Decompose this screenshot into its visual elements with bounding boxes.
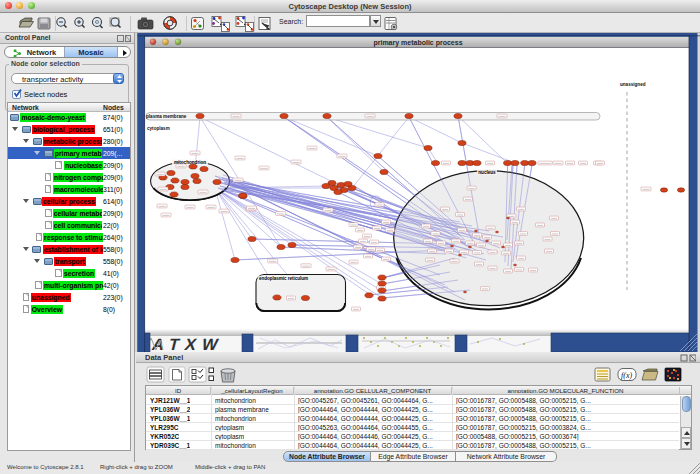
svg-text:nucleus: nucleus bbox=[478, 170, 496, 175]
svg-text:unassigned: unassigned bbox=[620, 82, 646, 87]
svg-text:primary metabolic process: primary metabolic process bbox=[373, 39, 462, 47]
svg-text:f(x): f(x) bbox=[621, 371, 632, 380]
svg-text:cytoplasm: cytoplasm bbox=[147, 126, 170, 131]
svg-text:endoplasmic reticulum: endoplasmic reticulum bbox=[259, 276, 308, 281]
svg-text:plasma membrane: plasma membrane bbox=[146, 114, 187, 119]
